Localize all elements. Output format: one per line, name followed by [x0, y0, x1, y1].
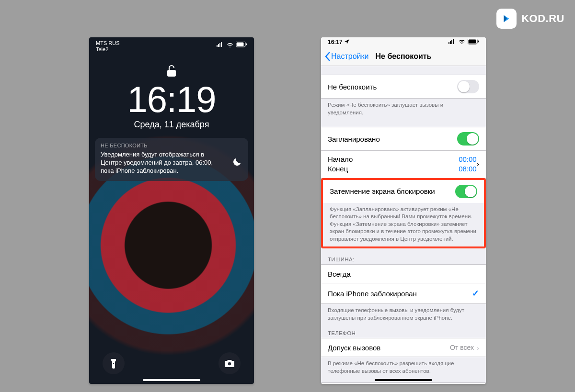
- nav-title: Не беспокоить: [321, 52, 486, 61]
- svg-rect-2: [219, 43, 220, 47]
- status-bar: MTS RUS Tele2: [89, 37, 254, 56]
- svg-rect-16: [478, 40, 479, 42]
- home-indicator[interactable]: [375, 379, 432, 381]
- svg-rect-15: [469, 39, 476, 43]
- silence-locked-row[interactable]: Пока iPhone заблокирован ✓: [321, 283, 486, 304]
- svg-rect-0: [217, 45, 218, 47]
- scheduled-row[interactable]: Запланировано: [321, 127, 486, 151]
- dim-toggle[interactable]: [455, 185, 477, 198]
- silence-locked-label: Пока iPhone заблокирован: [328, 290, 417, 298]
- allow-calls-row[interactable]: Допуск вызовов От всех ›: [321, 338, 486, 357]
- svg-rect-13: [453, 39, 454, 44]
- dnd-notification[interactable]: НЕ БЕСПОКОИТЬ Уведомления будут отобража…: [95, 138, 248, 181]
- lockscreen-phone: MTS RUS Tele2 16:19 Среда, 11 декабря НЕ…: [89, 37, 254, 384]
- signal-icon: [217, 42, 224, 48]
- dnd-toggle-row[interactable]: Не беспокоить: [321, 75, 486, 99]
- silence-always-row[interactable]: Всегда: [321, 264, 486, 283]
- battery-icon: [468, 39, 479, 46]
- dnd-label: Не беспокоить: [328, 83, 377, 91]
- svg-rect-8: [113, 363, 114, 364]
- end-value: 08:00: [459, 164, 477, 174]
- scheduled-toggle[interactable]: [457, 132, 479, 146]
- kod-logo-icon: [496, 9, 517, 29]
- svg-rect-3: [221, 42, 222, 47]
- dnd-toggle[interactable]: [457, 80, 479, 93]
- svg-rect-7: [167, 70, 176, 77]
- svg-rect-5: [237, 43, 244, 46]
- allow-calls-label: Допуск вызовов: [328, 344, 380, 352]
- carrier-2: Tele2: [96, 46, 120, 53]
- svg-rect-10: [448, 42, 449, 44]
- start-value: 00:00: [459, 155, 477, 164]
- highlight-box: Затемнение экрана блокировки Функция «За…: [321, 178, 486, 249]
- checkmark-icon: ✓: [472, 288, 479, 299]
- unlock-icon: [166, 64, 177, 79]
- silence-header: ТИШИНА:: [321, 248, 486, 264]
- svg-rect-6: [246, 44, 247, 45]
- signal-icon: [448, 39, 456, 45]
- chevron-right-icon: ›: [477, 160, 479, 168]
- camera-button[interactable]: [218, 352, 241, 374]
- schedule-time-row[interactable]: Начало00:00 Конец08:00 ›: [321, 151, 486, 179]
- phone-header: ТЕЛЕФОН: [321, 322, 486, 338]
- carrier-1: MTS RUS: [96, 40, 120, 46]
- lockscreen-time: 16:19: [89, 78, 254, 120]
- moon-icon: [232, 157, 242, 169]
- flashlight-button[interactable]: [103, 352, 125, 374]
- battery-icon: [236, 42, 247, 48]
- watermark: KOD.RU: [496, 9, 564, 29]
- wifi-icon: [227, 42, 233, 48]
- dim-row[interactable]: Затемнение экрана блокировки: [323, 180, 484, 203]
- notification-body: Уведомления будут отображаться в Центре …: [101, 151, 227, 175]
- settings-scroll[interactable]: Не беспокоить Режим «Не беспокоить» загл…: [321, 66, 486, 384]
- dnd-footer: Режим «Не беспокоить» заглушает вызовы и…: [321, 99, 486, 116]
- watermark-text: KOD.RU: [521, 12, 564, 25]
- svg-rect-1: [218, 44, 219, 47]
- svg-rect-11: [450, 41, 451, 44]
- location-icon: [345, 39, 349, 45]
- end-label: Конец: [328, 164, 348, 174]
- scheduled-label: Запланировано: [328, 135, 380, 143]
- allow-calls-footer: В режиме «Не беспокоить» разрешить входя…: [321, 357, 486, 375]
- svg-point-9: [228, 362, 231, 365]
- dim-footer: Функция «Запланировано» активирует режим…: [323, 203, 484, 247]
- wifi-icon: [459, 39, 465, 45]
- start-label: Начало: [328, 155, 353, 164]
- silence-always-label: Всегда: [328, 270, 351, 278]
- home-indicator[interactable]: [143, 379, 200, 381]
- chevron-right-icon: ›: [477, 344, 479, 352]
- status-time: 16:17: [328, 39, 343, 45]
- allow-calls-value: От всех: [450, 344, 474, 351]
- svg-rect-12: [451, 40, 452, 44]
- lockscreen-date: Среда, 11 декабря: [89, 120, 254, 130]
- dim-label: Затемнение экрана блокировки: [330, 187, 435, 195]
- notification-title: НЕ БЕСПОКОИТЬ: [101, 143, 242, 148]
- nav-bar: Настройки Не беспокоить: [321, 47, 486, 66]
- settings-phone: 16:17 Настройки Не беспокоить Не беспоко…: [321, 37, 486, 384]
- silence-footer: Входящие телефонные вызовы и уведомления…: [321, 304, 486, 322]
- status-bar: 16:17: [321, 37, 486, 47]
- repeated-calls-row[interactable]: Повторные вызовы: [321, 382, 486, 384]
